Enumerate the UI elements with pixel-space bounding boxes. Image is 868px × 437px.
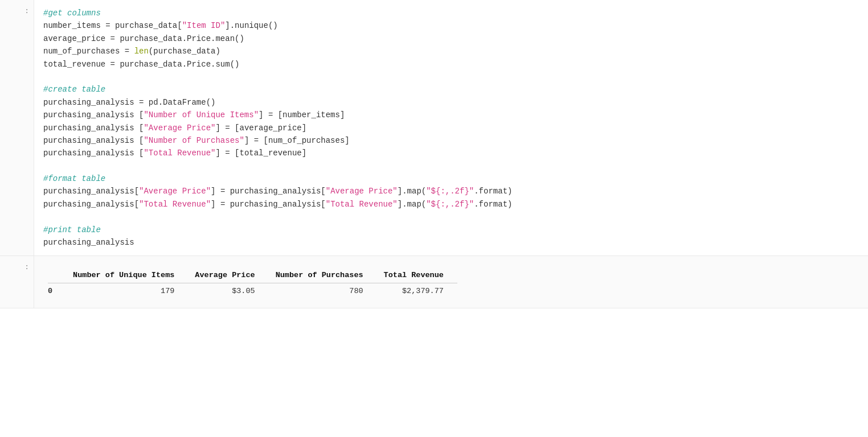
col-header-avg-price: Average Price	[188, 267, 268, 283]
cell-avg-price: $3.05	[188, 283, 268, 299]
col-header-num-purchases: Number of Purchases	[269, 267, 377, 283]
cell-index: 0	[48, 283, 66, 299]
output-cell-content: Number of Unique Items Average Price Num…	[34, 256, 868, 308]
notebook-container: : #get columns number_items = purchase_d…	[0, 0, 868, 437]
cell-gutter-output: :	[0, 256, 34, 308]
code-cell: : #get columns number_items = purchase_d…	[0, 0, 868, 256]
cell-num-purchases: 780	[269, 283, 377, 299]
cell-total-revenue: $2,379.77	[377, 283, 457, 299]
code-cell-content[interactable]: #get columns number_items = purchase_dat…	[34, 0, 868, 255]
code-block: #get columns number_items = purchase_dat…	[43, 7, 859, 249]
table-row: 0 179 $3.05 780 $2,379.77	[48, 283, 457, 299]
col-header-index	[48, 267, 66, 283]
cell-unique-items: 179	[66, 283, 188, 299]
table-header-row: Number of Unique Items Average Price Num…	[48, 267, 457, 283]
output-cell: : Number of Unique Items Average Price N…	[0, 256, 868, 308]
dataframe-table: Number of Unique Items Average Price Num…	[48, 267, 457, 299]
col-header-unique-items: Number of Unique Items	[66, 267, 188, 283]
cell-gutter-code: :	[0, 0, 34, 255]
col-header-total-revenue: Total Revenue	[377, 267, 457, 283]
